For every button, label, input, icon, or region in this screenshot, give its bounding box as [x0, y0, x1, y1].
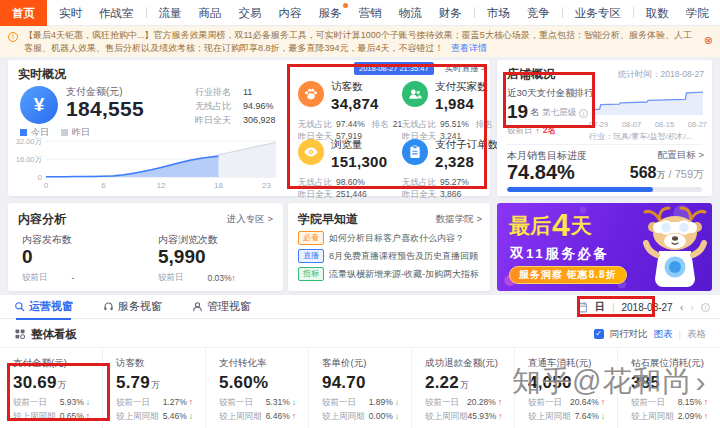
rank-value: 19 [507, 102, 528, 121]
nav-item-competition[interactable]: 竞争 [522, 0, 555, 26]
banner-headline-part: 天 [571, 211, 592, 241]
tab-management-view[interactable]: 管理视窗 [192, 295, 251, 319]
chart-view-toggle[interactable]: 图表 [654, 328, 673, 341]
stat-value: 306,928 [243, 115, 276, 126]
content-publish-label: 内容发布数 [22, 233, 72, 247]
peer-compare-checkbox[interactable] [594, 329, 604, 339]
target-percent: 74.84% [507, 161, 575, 184]
tile-pageviews: 浏览量 151,300 无线占比98.60% 昨日全天251,446 [298, 138, 398, 199]
notice-detail-link[interactable]: 查看详情 [451, 43, 487, 53]
kpi-value: 94.70 [322, 373, 366, 392]
double11-promo-banner[interactable]: 最后 4 天 双11服务必备 服务洞察 钜惠8.8折 [497, 203, 712, 291]
trend-arrow: ↑ [292, 411, 296, 421]
nav-item-business-zone[interactable]: 业务专区 [570, 0, 626, 26]
enter-zone-link[interactable]: 进入专区 > [227, 213, 273, 226]
legend-today-swatch [20, 129, 27, 136]
data-academy-link[interactable]: 数据学院 > [436, 213, 482, 226]
rank-label: 排名 [372, 119, 389, 129]
wireless-label: 无线占比 [298, 177, 332, 187]
trend-arrow: ↓ [189, 411, 193, 421]
stat-label: 昨日全天 [195, 115, 243, 126]
nav-item-traffic[interactable]: 流量 [154, 0, 187, 26]
svg-text:12: 12 [157, 181, 166, 190]
kpi-value: 2.22 [425, 373, 459, 392]
wireless-label: 无线占比 [402, 119, 436, 129]
svg-text:16.00万: 16.00万 [16, 155, 43, 164]
tile-value: 151,300 [331, 153, 398, 170]
realtime-area-chart: 0612182332.00万16.00万0 [10, 136, 288, 192]
trend-arrow: ↓ [601, 411, 605, 421]
tab-label: 服务视窗 [118, 299, 162, 314]
board-controls: 同行对比 图表 | 表格 [594, 328, 706, 341]
nav-item-service[interactable]: 服务 [314, 0, 347, 26]
vs-value: 2.09% [678, 411, 702, 421]
stat-value: 11 [243, 87, 252, 98]
info-icon[interactable] [579, 109, 588, 118]
buyers-icon [402, 81, 428, 107]
vs-value: 6.46% [266, 411, 290, 421]
tab-label: 运营视窗 [29, 299, 73, 314]
info-icon[interactable] [701, 303, 710, 312]
separator: | [612, 302, 615, 313]
nav-item-realtime[interactable]: 实时 [54, 0, 87, 26]
nav-item-finance[interactable]: 财务 [434, 0, 467, 26]
stat-industry-rank: 行业排名11 [195, 87, 276, 98]
nav-item-logistics[interactable]: 物流 [394, 0, 427, 26]
content-title: 内容分析 [18, 211, 66, 228]
nav-item-content[interactable]: 内容 [274, 0, 307, 26]
zhihu-watermark: 知乎@花和尚 › [512, 362, 706, 402]
academy-news-card: 学院早知道 数据学院 > 必看 如何分析目标客户喜欢什么内容？ 直播 8月免费直… [288, 203, 490, 291]
realtime-side-stats: 行业排名11 无线占比94.96% 昨日全天306,928 [195, 87, 276, 126]
vs-value: - [72, 273, 75, 283]
nav-item-data-fetch[interactable]: 取数 [641, 0, 674, 26]
rank-chart-ticks: 07-29 08-07 08-15 08-27 [589, 120, 707, 129]
date-value[interactable]: 2018-08-27 [622, 302, 673, 313]
close-icon[interactable] [704, 35, 713, 46]
kpi-label: 访客数 [116, 357, 203, 370]
notice-text: 【最后4天钜惠，疯狂抢购中...】官方服务效果周榜，双11必备服务工具，可实时计… [24, 30, 692, 53]
sales-progress-fill [507, 187, 653, 192]
vs-label: 较前一日 [425, 397, 459, 407]
wireless-label: 无线占比 [402, 177, 436, 187]
nav-item-market[interactable]: 市场 [482, 0, 515, 26]
stat-yesterday-total: 昨日全天306,928 [195, 115, 276, 126]
notification-dot-icon [343, 3, 348, 8]
vs-label: 较上周同期 [425, 411, 468, 421]
nav-item-academy[interactable]: 学院 [681, 0, 714, 26]
content-publish-value: 0 [22, 246, 33, 268]
kpi-avg-order-value: 客单价(元) 94.70 较前一日1.89%↓ 较上周同期0.00%↓ [308, 348, 411, 428]
academy-item[interactable]: 指标 流量纵横新增来源-收藏-加购两大指标 [298, 267, 479, 281]
vs-label: 较上周同期 [116, 411, 159, 421]
academy-item[interactable]: 必看 如何分析目标客户喜欢什么内容？ [298, 231, 464, 245]
vs-label: 较前一日 [116, 397, 150, 407]
calendar-icon[interactable] [576, 301, 588, 313]
config-target-link[interactable]: 配置目标 > [658, 149, 704, 162]
table-view-toggle[interactable]: 表格 [687, 328, 706, 341]
nav-item-warroom[interactable]: 作战室 [94, 0, 139, 26]
prev-date-arrow[interactable]: ‹ [680, 302, 684, 313]
achieved-value: 568 [630, 164, 657, 181]
date-granularity[interactable]: 日 [595, 300, 605, 314]
tab-service-view[interactable]: 服务视窗 [103, 295, 162, 319]
paw-icon [298, 81, 324, 107]
person-icon [192, 301, 203, 312]
nav-item-trade[interactable]: 交易 [234, 0, 267, 26]
tile-detail-rows: 无线占比95.27% 昨日全天3,866 [402, 177, 502, 199]
nav-item-marketing[interactable]: 营销 [354, 0, 387, 26]
wireless-value: 95.51% [440, 119, 469, 129]
legend-yesterday-swatch [61, 129, 68, 136]
nav-item-products[interactable]: 商品 [194, 0, 227, 26]
kpi-value: 30.69 [13, 373, 57, 392]
live-broadcast-link[interactable]: 实时直播 > [445, 63, 486, 75]
vs-label: 较前日 [507, 125, 533, 137]
trend-arrow: ↑ [232, 273, 236, 283]
nav-item-home[interactable]: 首页 [0, 0, 47, 26]
shop-overview-card: 店铺概况 统计时间：2018-08-27 近30天支付金额排行 19 名 第七层… [497, 60, 712, 196]
kpi-value: 5.79 [116, 373, 150, 392]
academy-item[interactable]: 直播 8月免费直播课程预告及历史直播回顾 [298, 249, 478, 263]
monitor-icon [14, 301, 25, 312]
yesterday-label: 昨日全天 [298, 189, 332, 199]
vs-value: 45.93% [468, 411, 497, 421]
tab-operation-view[interactable]: 运营视窗 [14, 295, 73, 319]
next-date-arrow[interactable]: › [690, 302, 694, 313]
